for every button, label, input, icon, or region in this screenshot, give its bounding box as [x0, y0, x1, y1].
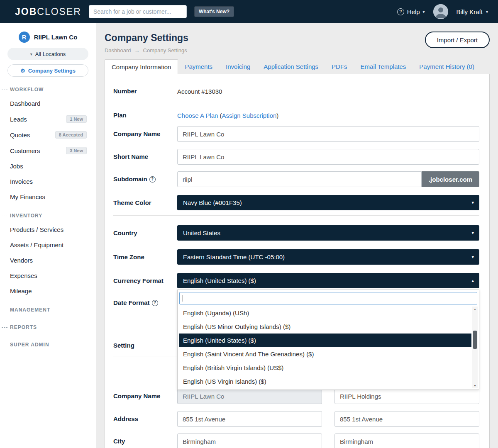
sidebar-item-leads[interactable]: Leads 1 New: [0, 111, 96, 127]
sidebar-section-reports[interactable]: REPORTS: [0, 316, 96, 334]
import-export-button[interactable]: Import / Export: [425, 32, 490, 48]
all-locations-dropdown[interactable]: ▾ All Locations: [7, 48, 88, 60]
account-number-value: Account #13030: [177, 88, 222, 95]
sidebar-item-label: Vendors: [10, 257, 33, 264]
global-search-input[interactable]: [89, 5, 187, 18]
status-badge: 3 New: [66, 147, 87, 154]
help-label: Help: [407, 8, 420, 15]
sidebar-item-label: Invoices: [10, 178, 33, 185]
address-left-input[interactable]: [177, 411, 322, 427]
dropdown-option[interactable]: English (US Minor Outlying Islands) ($): [179, 320, 471, 334]
sidebar-item-customers[interactable]: Customers 3 New: [0, 143, 96, 158]
choose-plan-link[interactable]: Choose A Plan: [177, 112, 218, 119]
tab-email-templates[interactable]: Email Templates: [354, 59, 413, 74]
breadcrumb-current: Company Settings: [143, 47, 187, 54]
sidebar-item-quotes[interactable]: Quotes 8 Accepted: [0, 127, 96, 143]
sidebar-section-label: WORKFLOW: [10, 87, 44, 93]
avatar[interactable]: [433, 4, 448, 19]
short-name-input[interactable]: [177, 149, 479, 165]
sidebar-item-dashboard[interactable]: Dashboard: [0, 96, 96, 111]
logo-closer-text: CLOSER: [37, 6, 81, 17]
assign-subscription-link[interactable]: Assign Subscription: [222, 112, 277, 119]
sidebar-item-label: Expenses: [10, 272, 37, 279]
sidebar-section-inventory[interactable]: INVENTORY: [0, 205, 96, 222]
billing-company-name-label: Company Name: [113, 392, 177, 401]
subdomain-input[interactable]: [177, 171, 422, 187]
sidebar-item-label: My Finances: [10, 193, 45, 200]
country-select[interactable]: United States ▾: [177, 225, 479, 241]
sidebar-item-assets-equipment[interactable]: Assets / Equipment: [0, 237, 96, 253]
company-settings-button[interactable]: ⚙ Company Settings: [7, 64, 88, 77]
tab-company-information[interactable]: Company Information: [105, 59, 178, 74]
billing-company-name-right-input[interactable]: [334, 388, 479, 404]
sidebar-item-mileage[interactable]: Mileage: [0, 283, 96, 299]
time-zone-select[interactable]: Eastern Standard Time (UTC -05:00) ▾: [177, 249, 479, 265]
avatar-image: [433, 4, 448, 19]
subdomain-suffix: .jobcloser.com: [422, 171, 479, 187]
sidebar-item-expenses[interactable]: Expenses: [0, 268, 96, 283]
dropdown-search-wrap: [179, 292, 477, 304]
app-logo[interactable]: JOBCLOSER: [15, 6, 81, 17]
dropdown-search-input[interactable]: [179, 292, 477, 304]
theme-color-row: Theme Color Navy Blue (#001F35) ▾: [105, 195, 489, 210]
country-value: United States: [183, 229, 220, 236]
address-right-input[interactable]: [334, 411, 479, 427]
scrollbar-thumb[interactable]: [473, 331, 477, 349]
sidebar-item-label: Dashboard: [10, 100, 40, 107]
help-icon: ?: [397, 8, 404, 15]
company-header: R RIIPL Lawn Co: [0, 30, 96, 48]
sidebar-item-my-finances[interactable]: My Finances: [0, 189, 96, 205]
chevron-down-icon: ▾: [471, 254, 474, 260]
sidebar-section-management[interactable]: MANAGEMENT: [0, 299, 96, 316]
whats-new-button[interactable]: What's New?: [194, 6, 234, 17]
dropdown-option[interactable]: English (Uganda) (USh): [179, 306, 471, 320]
logo-job-text: JOB: [15, 6, 37, 17]
sidebar-item-jobs[interactable]: Jobs: [0, 158, 96, 174]
currency-format-select[interactable]: English (United States) ($) ▴: [177, 273, 479, 288]
user-menu[interactable]: Billy Kraft ▾: [456, 8, 488, 15]
dropdown-option[interactable]: English (US Virgin Islands) ($): [179, 375, 471, 388]
dropdown-option-selected[interactable]: English (United States) ($): [179, 334, 471, 347]
dropdown-scrollbar[interactable]: ▲ ▼: [472, 307, 478, 388]
dropdown-option[interactable]: English (Saint Vincent And The Grenadine…: [179, 347, 471, 361]
sidebar-section-super-admin[interactable]: SUPER ADMIN: [0, 334, 96, 351]
sidebar-section-label: REPORTS: [10, 324, 37, 330]
status-badge: 1 New: [66, 115, 87, 123]
company-name-input[interactable]: [177, 126, 479, 142]
all-locations-label: All Locations: [35, 51, 66, 57]
city-left-input[interactable]: [177, 433, 322, 448]
sidebar-item-products-services[interactable]: Products / Services: [0, 222, 96, 237]
country-label: Country: [113, 229, 177, 238]
short-name-label: Short Name: [113, 152, 177, 161]
sidebar-section-workflow[interactable]: WORKFLOW: [0, 78, 96, 96]
sidebar-item-label: Jobs: [10, 163, 23, 170]
help-menu[interactable]: ? Help ▾: [397, 8, 425, 15]
tab-invoicing[interactable]: Invoicing: [219, 59, 257, 74]
number-label: Number: [113, 87, 177, 96]
city-right-input[interactable]: [334, 433, 479, 448]
scroll-down-icon[interactable]: ▼: [472, 384, 478, 387]
user-name: Billy Kraft: [456, 8, 483, 15]
tab-application-settings[interactable]: Application Settings: [257, 59, 325, 74]
sidebar-item-invoices[interactable]: Invoices: [0, 174, 96, 189]
dropdown-option[interactable]: English (British Virgin Islands) (US$): [179, 361, 471, 375]
short-name-row: Short Name: [105, 149, 489, 165]
sidebar-item-vendors[interactable]: Vendors: [0, 253, 96, 268]
tab-payments[interactable]: Payments: [178, 59, 219, 74]
breadcrumb-home[interactable]: Dashboard: [105, 47, 131, 54]
date-format-label: Date Format ?: [113, 298, 177, 307]
billing-company-name-left-input[interactable]: [177, 388, 322, 404]
question-icon[interactable]: ?: [152, 300, 158, 306]
page-header: Company Settings Dashboard → Company Set…: [96, 23, 498, 54]
tab-payment-history[interactable]: Payment History (0): [413, 59, 481, 74]
time-zone-row: Time Zone Eastern Standard Time (UTC -05…: [105, 249, 489, 265]
theme-color-value: Navy Blue (#001F35): [183, 199, 242, 206]
tab-pdfs[interactable]: PDFs: [325, 59, 354, 74]
divider: [113, 215, 479, 216]
company-settings-label: Company Settings: [28, 68, 76, 74]
scroll-up-icon[interactable]: ▲: [472, 308, 478, 311]
theme-color-select[interactable]: Navy Blue (#001F35) ▾: [177, 195, 479, 210]
sidebar: R RIIPL Lawn Co ▾ All Locations ⚙ Compan…: [0, 23, 96, 448]
time-zone-label: Time Zone: [113, 253, 177, 262]
question-icon[interactable]: ?: [149, 176, 156, 183]
